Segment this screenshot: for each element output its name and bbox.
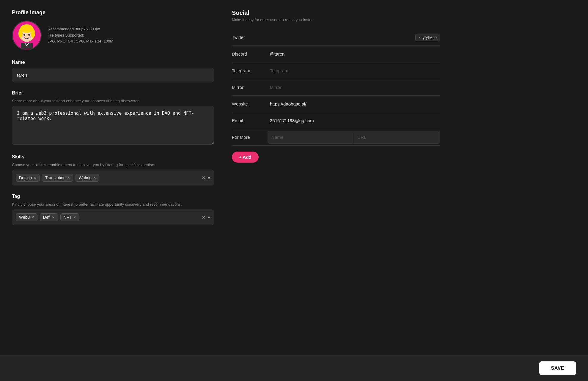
- telegram-input[interactable]: [268, 64, 440, 77]
- footer-bar: SAVE: [0, 355, 588, 381]
- website-row: Website: [232, 96, 440, 112]
- name-section: Name: [12, 60, 214, 82]
- skills-section: Skills Choose your skills to enable othe…: [12, 154, 214, 185]
- tag-pill-nft-remove[interactable]: ×: [73, 215, 76, 219]
- for-more-url-input[interactable]: [354, 131, 440, 144]
- mirror-label: Mirror: [232, 81, 268, 93]
- tag-label: Tag: [12, 194, 214, 199]
- add-button[interactable]: + Add: [232, 152, 259, 163]
- tag-actions: ✕ ▾: [202, 215, 210, 220]
- skills-dropdown-icon[interactable]: ▾: [208, 175, 210, 181]
- svg-point-8: [29, 36, 32, 38]
- tag-pill-web3-label: Web3: [19, 215, 30, 220]
- mirror-input[interactable]: [268, 81, 440, 93]
- telegram-row: Telegram: [232, 62, 440, 79]
- brief-label: Brief: [12, 90, 214, 96]
- skills-clear-icon[interactable]: ✕: [202, 175, 205, 181]
- website-input[interactable]: [268, 98, 440, 110]
- skill-tag-design-label: Design: [19, 175, 32, 180]
- for-more-row: For More: [232, 129, 440, 146]
- profile-image-title: Profile Image: [12, 10, 214, 16]
- tag-pill-nft-label: NFT: [64, 215, 72, 220]
- skills-actions: ✕ ▾: [202, 175, 210, 181]
- tag-pill-web3-remove[interactable]: ×: [32, 215, 34, 219]
- brief-section: Brief Share more about yourself and enha…: [12, 90, 214, 146]
- website-label: Website: [232, 98, 268, 110]
- tag-clear-icon[interactable]: ✕: [202, 215, 205, 220]
- discord-label: Discord: [232, 48, 268, 60]
- skill-tag-translation-remove[interactable]: ×: [67, 176, 70, 180]
- tag-sublabel: Kindly choose your areas of interest to …: [12, 202, 214, 207]
- tag-pill-web3[interactable]: Web3 ×: [16, 213, 37, 221]
- tag-pill-defi-label: Defi: [43, 215, 51, 220]
- discord-row: Discord: [232, 46, 440, 62]
- tag-pill-nft[interactable]: NFT ×: [60, 213, 79, 221]
- email-row: Email: [232, 112, 440, 129]
- svg-point-4: [31, 30, 35, 37]
- svg-point-6: [28, 34, 30, 36]
- skills-label: Skills: [12, 154, 214, 160]
- twitter-value: yfyhello: [423, 35, 437, 40]
- discord-input[interactable]: [268, 48, 440, 60]
- svg-point-3: [18, 30, 23, 37]
- for-more-name-input[interactable]: [268, 131, 354, 144]
- skill-tag-translation-label: Translation: [45, 175, 66, 180]
- profile-image-row: Recommended 300px x 300px File types Sup…: [12, 21, 214, 50]
- tag-section: Tag Kindly choose your areas of interest…: [12, 194, 214, 225]
- skill-tag-design-remove[interactable]: ×: [34, 176, 36, 180]
- brief-sublabel: Share more about yourself and enhance yo…: [12, 99, 214, 103]
- name-label: Name: [12, 60, 214, 65]
- email-input[interactable]: [268, 114, 440, 127]
- skill-tag-writing[interactable]: Writing ×: [76, 174, 99, 182]
- social-subtitle: Make it easy for other users to reach yo…: [232, 18, 440, 22]
- twitter-row: Twitter × yfyhello: [232, 29, 440, 46]
- mirror-row: Mirror: [232, 79, 440, 96]
- svg-point-7: [22, 36, 24, 38]
- skills-sublabel: Choose your skills to enable others to d…: [12, 163, 214, 167]
- skill-tag-writing-remove[interactable]: ×: [93, 176, 96, 180]
- brief-textarea[interactable]: I am a web3 professional with extensive …: [12, 106, 214, 145]
- twitter-tag[interactable]: × yfyhello: [415, 34, 440, 41]
- skills-tags-container[interactable]: Design × Translation × Writing × ✕ ▾: [12, 170, 214, 185]
- name-input[interactable]: [12, 68, 214, 82]
- twitter-label: Twitter: [232, 31, 268, 43]
- telegram-label: Telegram: [232, 64, 268, 77]
- skill-tag-design[interactable]: Design ×: [16, 174, 40, 182]
- svg-point-5: [23, 34, 25, 36]
- email-label: Email: [232, 114, 268, 127]
- tag-pill-defi[interactable]: Defi ×: [40, 213, 58, 221]
- for-more-inputs: [268, 131, 440, 144]
- tag-pill-defi-remove[interactable]: ×: [52, 215, 54, 219]
- skill-tag-writing-label: Writing: [79, 175, 92, 180]
- tag-dropdown-icon[interactable]: ▾: [208, 215, 210, 220]
- image-info: Recommended 300px x 300px File types Sup…: [48, 26, 113, 45]
- avatar[interactable]: [12, 21, 42, 50]
- save-button[interactable]: SAVE: [539, 361, 576, 375]
- skill-tag-translation[interactable]: Translation ×: [42, 174, 73, 182]
- tag-tags-container[interactable]: Web3 × Defi × NFT × ✕ ▾: [12, 210, 214, 225]
- twitter-remove-icon[interactable]: ×: [419, 35, 421, 40]
- social-title: Social: [232, 10, 440, 16]
- for-more-label: For More: [232, 131, 268, 143]
- svg-point-2: [20, 24, 33, 33]
